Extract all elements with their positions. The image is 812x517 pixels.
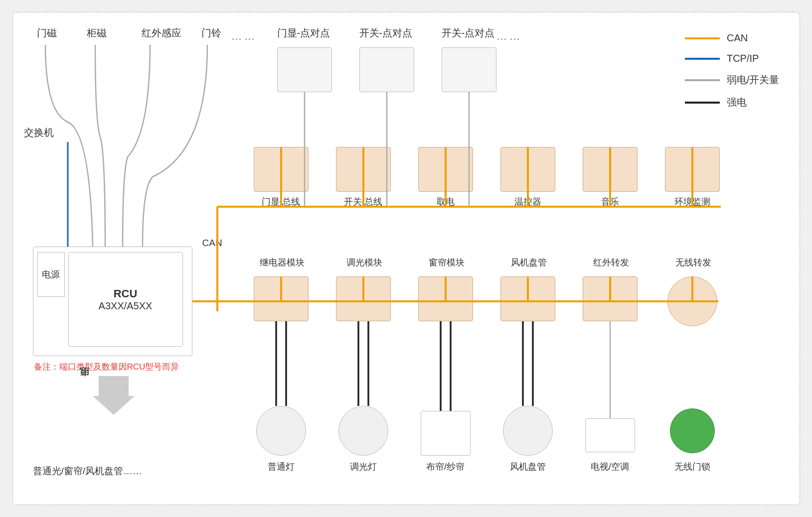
legend: CAN TCP/IP 弱电/开关量 强电 [685, 32, 780, 109]
rcu-inner: RCU A3XX/A5XX [68, 252, 183, 347]
power-box: 电源 [37, 252, 65, 297]
bus-node-label-2: 开关-总线 [336, 196, 391, 208]
arrow-head [93, 396, 135, 415]
bottom-arrow-label: 普通光/窗帘/风机盘管…… [33, 465, 143, 478]
bottom-label-6: 无线门锁 [667, 461, 717, 473]
bus-node-label-6: 环境监测 [665, 196, 720, 208]
bottom-label-5: 电视/空调 [583, 461, 638, 473]
legend-strong: 强电 [685, 96, 780, 109]
bus-node-label-4: 温控器 [500, 196, 555, 208]
bus-node-box-5 [583, 147, 638, 192]
bottom-label-1: 普通灯 [256, 461, 306, 473]
module-label-2: 调光模块 [336, 257, 393, 268]
module-box-4 [500, 276, 555, 321]
power-arrow [93, 376, 135, 415]
power-label: 电源 [42, 268, 60, 280]
bottom-node-2 [338, 406, 388, 456]
switch-p2p-box-1 [359, 47, 414, 92]
tcpip-line [685, 58, 720, 60]
bus-node-label-1: 门显-总线 [254, 196, 309, 208]
gate-display-label-1: 门显-点对点 [277, 26, 330, 40]
weak-line [685, 79, 720, 81]
sensor-label-cabinet-mag: 柜磁 [87, 26, 107, 40]
module-label-3: 窗帘模块 [418, 257, 476, 268]
gate-display-p2p-box-1 [277, 47, 332, 92]
module-label-1: 继电器模块 [254, 257, 311, 268]
bottom-node-5 [585, 418, 635, 452]
rcu-unit: 电源 RCU A3XX/A5XX [33, 247, 192, 356]
module-box-5 [583, 276, 638, 321]
diagram-container: CAN TCP/IP 弱电/开关量 强电 门磁 柜磁 红外感应 门铃 …… 门显… [12, 12, 800, 505]
rcu-model: A3XX/A5XX [99, 300, 153, 312]
bus-node-box-2 [336, 147, 391, 192]
top-right-dots: …… [496, 30, 522, 43]
module-box-3 [418, 276, 473, 321]
sensor-dots: …… [231, 30, 257, 43]
bottom-node-4 [503, 406, 553, 456]
legend-tcpip-label: TCP/IP [727, 53, 759, 64]
bus-node-box-6 [665, 147, 720, 192]
can-line [685, 37, 720, 39]
arrow-shaft [99, 376, 129, 396]
sensor-label-ir: 红外感应 [142, 26, 181, 40]
switch-p2p-box-2 [442, 47, 496, 92]
legend-weak-label: 弱电/开关量 [727, 73, 780, 87]
gate-display-label-3: 开关-点对点 [442, 26, 495, 40]
module-box-2 [336, 276, 391, 321]
bottom-node-6 [670, 408, 715, 453]
gate-display-label-2: 开关-点对点 [359, 26, 413, 40]
bus-node-label-5: 音乐 [583, 196, 638, 208]
switch-label: 交换机 [24, 126, 54, 139]
bottom-label-3: 布帘/纱帘 [418, 461, 473, 473]
rcu-name: RCU [114, 287, 138, 300]
can-label: CAN [202, 238, 222, 249]
legend-tcpip: TCP/IP [685, 53, 780, 64]
strong-line [685, 102, 720, 104]
legend-weak: 弱电/开关量 [685, 73, 780, 87]
module-label-5: 红外转发 [583, 257, 640, 268]
module-box-1 [254, 276, 309, 321]
note-text: 备注：端口类型及数量因RCU型号而异 [34, 361, 179, 373]
legend-can-label: CAN [727, 32, 748, 44]
legend-can: CAN [685, 32, 780, 44]
bottom-label-2: 调光灯 [338, 461, 388, 473]
sensor-label-bell: 门铃 [201, 26, 221, 40]
module-label-4: 风机盘管 [500, 257, 558, 268]
bottom-node-3 [421, 411, 471, 456]
legend-strong-label: 强电 [727, 96, 747, 109]
sensor-label-door-mag: 门磁 [37, 26, 57, 40]
bus-node-label-3: 取电 [418, 196, 473, 208]
arrow-label: 电源 [78, 383, 91, 385]
bottom-node-1 [256, 406, 306, 456]
module-box-6 [667, 276, 717, 326]
bus-node-box-1 [254, 147, 309, 192]
bottom-label-4: 风机盘管 [503, 461, 553, 473]
bus-node-box-4 [500, 147, 555, 192]
bus-node-box-3 [418, 147, 473, 192]
module-label-6: 无线转发 [665, 257, 722, 268]
